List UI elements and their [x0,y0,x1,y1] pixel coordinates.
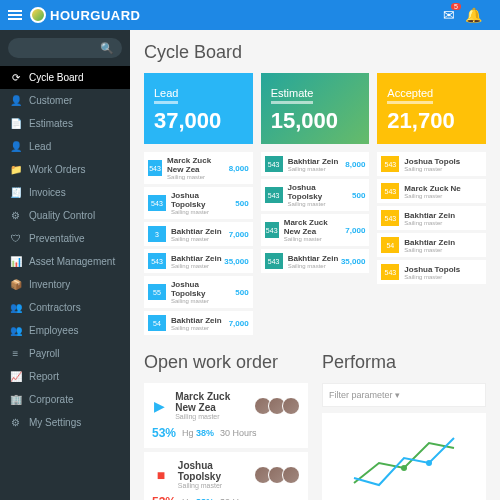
sidebar-item-invoices[interactable]: 🧾Invoices [0,181,130,204]
card-label: Lead [154,87,178,104]
item-subtitle: Sailing master [404,274,460,280]
item-number: 543 [265,156,283,172]
item-amount: 500 [235,288,248,297]
avatar-group[interactable] [258,466,300,484]
avatar [282,466,300,484]
sidebar-item-asset-management[interactable]: 📊Asset Management [0,250,130,273]
menu-icon: 🛡 [10,233,21,244]
item-number: 543 [381,264,399,280]
sidebar-item-report[interactable]: 📈Report [0,365,130,388]
list-item[interactable]: 543Joshua TopolsSailing master [377,152,486,176]
item-number: 543 [381,210,399,226]
logo-icon [30,7,46,23]
stat-card-estimate[interactable]: Estimate15,000 [261,73,370,144]
svg-point-1 [426,460,432,466]
sidebar-item-my-settings[interactable]: ⚙My Settings [0,411,130,434]
hours-stat: 30 Hours [220,428,257,438]
play-button[interactable]: ▶ [152,396,167,416]
list-item[interactable]: 543Bakhtiar ZeinSailing master35,000 [144,249,253,273]
list-item[interactable]: 54Bakhtiar ZeinSailing master7,000 [144,311,253,335]
stop-button[interactable]: ■ [152,465,170,485]
sidebar-item-payroll[interactable]: ≡Payroll [0,342,130,365]
performance-title: Performa [322,352,486,373]
hamburger-icon[interactable] [8,8,22,22]
menu-label: Report [29,371,59,382]
item-amount: 7,000 [229,319,249,328]
list-item[interactable]: 55Joshua TopolskySailing master500 [144,276,253,308]
item-subtitle: Sailing master [288,166,339,172]
item-name: Marck Zuck New Zea [167,156,229,174]
item-subtitle: Sailing master [404,220,455,226]
percent: 53% [152,495,176,500]
item-number: 3 [148,226,166,242]
top-bar: HOURGUARD ✉5 🔔 [0,0,500,30]
card-label: Accepted [387,87,433,104]
sidebar-item-employees[interactable]: 👥Employees [0,319,130,342]
bell-icon[interactable]: 🔔 [465,7,482,23]
list-item[interactable]: 543Bakhtiar ZeinSailing master35,000 [261,249,370,273]
list-item[interactable]: 543Marck Zuck New ZeaSailing master8,000 [144,152,253,184]
item-amount: 8,000 [229,164,249,173]
stat-card-accepted[interactable]: Accepted21,700 [377,73,486,144]
stat-card-lead[interactable]: Lead37,000 [144,73,253,144]
percent: 53% [152,426,176,440]
item-name: Marck Zuck Ne [404,184,460,193]
sidebar-item-customer[interactable]: 👤Customer [0,89,130,112]
order-subtitle: Sailing master [178,482,250,489]
list-item[interactable]: 543Marck Zuck New ZeaSailing master7,000 [261,214,370,246]
sidebar-item-inventory[interactable]: 📦Inventory [0,273,130,296]
sidebar-item-estimates[interactable]: 📄Estimates [0,112,130,135]
order-subtitle: Sailing master [175,413,250,420]
list-item[interactable]: 3Bakhtiar ZeinSailing master7,000 [144,222,253,246]
avatar-group[interactable] [258,397,300,415]
card-value: 21,700 [387,108,476,134]
page-title: Cycle Board [144,42,486,63]
menu-icon: 📈 [10,371,21,382]
list-item[interactable]: 543Bakhtiar ZeinSailing master [377,206,486,230]
list-item[interactable]: 543Joshua TopolskySailing master500 [261,179,370,211]
sidebar-item-corporate[interactable]: 🏢Corporate [0,388,130,411]
item-subtitle: Sailing master [171,209,235,215]
menu-label: Estimates [29,118,73,129]
mail-icon[interactable]: ✉5 [443,7,455,23]
sidebar-item-lead[interactable]: 👤Lead [0,135,130,158]
menu-label: Invoices [29,187,66,198]
list-item[interactable]: 54Bakhtiar ZeinSailing master [377,233,486,257]
menu-label: Employees [29,325,78,336]
list-item[interactable]: 543Joshua TopolsSailing master [377,260,486,284]
open-work-order-title: Open work order [144,352,308,373]
brand-logo[interactable]: HOURGUARD [30,7,140,23]
list-item[interactable]: 543Joshua TopolskySailing master500 [144,187,253,219]
search-input[interactable]: 🔍 [8,38,122,58]
sidebar-item-cycle-board[interactable]: ⟳Cycle Board [0,66,130,89]
notif-badge: 5 [451,3,461,10]
menu-icon: 📄 [10,118,21,129]
sidebar-item-contractors[interactable]: 👥Contractors [0,296,130,319]
item-name: Joshua Topolsky [171,280,235,298]
item-subtitle: Sailing master [404,247,455,253]
item-subtitle: Sailing master [171,298,235,304]
menu-icon: 🏢 [10,394,21,405]
item-number: 543 [148,160,162,176]
work-order-item: ▶Marck Zuck New ZeaSailing master53%Hg 3… [144,383,308,448]
menu-label: Inventory [29,279,70,290]
menu-icon: 👤 [10,95,21,106]
item-subtitle: Sailing master [404,193,460,199]
list-item[interactable]: 543Bakhtiar ZeinSailing master8,000 [261,152,370,176]
item-number: 543 [381,183,399,199]
sidebar-item-quality-control[interactable]: ⚙Quality Control [0,204,130,227]
filter-dropdown[interactable]: Filter parameter ▾ [322,383,486,407]
item-name: Bakhtiar Zein [404,211,455,220]
sidebar-item-work-orders[interactable]: 📁Work Orders [0,158,130,181]
list-item[interactable]: 543Marck Zuck NeSailing master [377,179,486,203]
item-subtitle: Sailing master [404,166,460,172]
sidebar-item-preventative[interactable]: 🛡Preventative [0,227,130,250]
item-amount: 8,000 [345,160,365,169]
menu-label: My Settings [29,417,81,428]
item-number: 543 [381,156,399,172]
item-subtitle: Sailing master [288,263,339,269]
item-subtitle: Sailing master [284,236,346,242]
menu-icon: 📁 [10,164,21,175]
order-name: Marck Zuck New Zea [175,391,250,413]
item-name: Bakhtiar Zein [288,157,339,166]
